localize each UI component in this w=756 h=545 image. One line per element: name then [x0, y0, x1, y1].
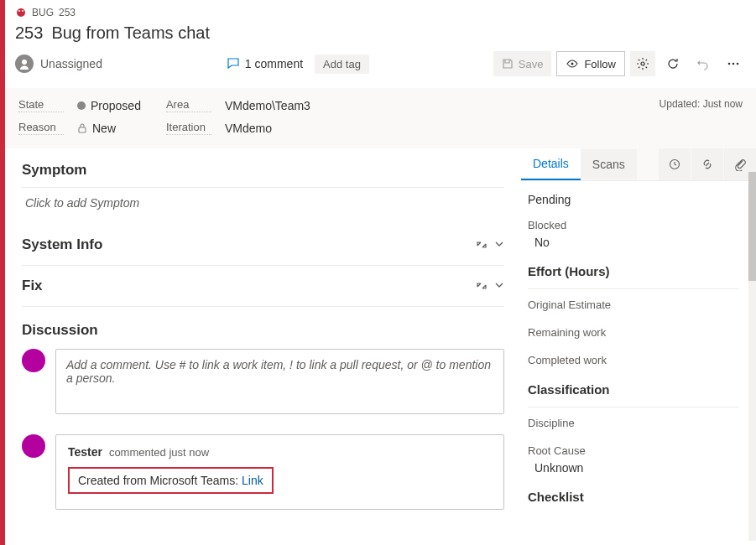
- svg-point-7: [733, 63, 735, 65]
- expand-icon[interactable]: [476, 239, 487, 251]
- assignee-label: Unassigned: [40, 57, 102, 70]
- comment-text: Created from Microsoft Teams:: [78, 474, 242, 487]
- chevron-down-icon[interactable]: [494, 280, 504, 292]
- scrollbar[interactable]: [748, 172, 756, 541]
- refresh-button[interactable]: [660, 51, 686, 76]
- work-item-id: 253: [15, 23, 43, 42]
- completed-work-label: Completed work: [528, 354, 607, 367]
- expand-icon[interactable]: [476, 280, 487, 292]
- chevron-down-icon[interactable]: [494, 239, 504, 251]
- undo-button[interactable]: [691, 51, 716, 76]
- avatar: [22, 434, 45, 458]
- work-item-title[interactable]: 253Bug from Teams chat: [15, 23, 746, 43]
- svg-rect-9: [79, 127, 86, 132]
- history-tab[interactable]: [659, 148, 691, 180]
- assignee-picker[interactable]: Unassigned: [15, 54, 102, 73]
- add-tag-button[interactable]: Add tag: [315, 54, 369, 74]
- comment-count[interactable]: 1 comment: [227, 57, 303, 70]
- comment-card: Tester commented just now Created from M…: [55, 434, 504, 510]
- save-button[interactable]: Save: [493, 51, 552, 76]
- updated-label: Updated: Just now: [660, 98, 743, 110]
- link-icon: [701, 158, 714, 171]
- ellipsis-icon: [727, 57, 740, 70]
- person-icon: [15, 54, 34, 73]
- svg-point-5: [641, 62, 644, 65]
- classification-heading: Classification: [528, 382, 739, 397]
- comment-author: Tester: [68, 445, 102, 459]
- state-value[interactable]: Proposed: [77, 99, 141, 112]
- discussion-title: Discussion: [22, 322, 504, 339]
- blocked-value[interactable]: No: [528, 236, 739, 249]
- follow-button[interactable]: Follow: [556, 51, 625, 76]
- scrollbar-thumb[interactable]: [748, 172, 756, 281]
- side-tabs: Details Scans: [521, 148, 756, 181]
- attachment-icon: [733, 158, 747, 171]
- pending-value: Pending: [528, 193, 739, 206]
- system-info-section[interactable]: System Info: [22, 225, 504, 266]
- svg-point-0: [17, 8, 25, 17]
- eye-icon: [566, 57, 579, 70]
- gear-icon: [636, 57, 649, 70]
- bug-icon: [15, 7, 27, 18]
- remaining-work-label: Remaining work: [528, 326, 606, 340]
- breadcrumb-type: BUG: [32, 7, 54, 18]
- comment-input[interactable]: Add a comment. Use # to link a work item…: [55, 349, 504, 414]
- area-value[interactable]: VMdemo\Team3: [225, 99, 310, 112]
- more-actions-button[interactable]: [721, 51, 746, 76]
- svg-point-6: [728, 63, 731, 65]
- symptom-title: Symptom: [22, 162, 504, 179]
- symptom-input[interactable]: Click to add Symptom: [22, 188, 504, 225]
- state-label: State: [18, 98, 64, 112]
- tab-scans[interactable]: Scans: [581, 149, 637, 179]
- comment-body: Created from Microsoft Teams: Link: [68, 467, 274, 494]
- comment-meta: commented just now: [109, 446, 209, 459]
- breadcrumb: BUG 253: [15, 7, 746, 18]
- system-info-title: System Info: [22, 236, 476, 253]
- save-icon: [502, 58, 514, 70]
- svg-point-3: [22, 60, 27, 65]
- fix-section[interactable]: Fix: [22, 266, 504, 307]
- settings-button[interactable]: [630, 51, 655, 76]
- avatar: [22, 349, 45, 372]
- comment-icon: [227, 57, 240, 70]
- blocked-label: Blocked: [528, 219, 566, 232]
- comment-count-label: 1 comment: [245, 57, 303, 70]
- area-label: Area: [166, 98, 211, 112]
- svg-point-8: [737, 63, 739, 65]
- iteration-value[interactable]: VMdemo: [225, 122, 272, 135]
- fix-title: Fix: [22, 278, 476, 294]
- checklist-heading: Checklist: [528, 490, 739, 504]
- links-tab[interactable]: [691, 148, 723, 180]
- discipline-label: Discipline: [528, 417, 575, 430]
- svg-point-2: [22, 10, 23, 12]
- teams-link[interactable]: Link: [242, 474, 263, 487]
- svg-point-4: [571, 63, 574, 65]
- state-dot-icon: [77, 101, 86, 110]
- original-estimate-label: Original Estimate: [528, 298, 611, 312]
- svg-point-1: [18, 10, 20, 12]
- reason-label: Reason: [18, 121, 64, 135]
- root-cause-value[interactable]: Unknown: [528, 461, 739, 475]
- refresh-icon: [666, 57, 680, 70]
- effort-heading: Effort (Hours): [528, 264, 739, 278]
- work-item-title-text: Bug from Teams chat: [51, 23, 210, 42]
- breadcrumb-id: 253: [59, 7, 76, 18]
- tab-details[interactable]: Details: [521, 148, 581, 180]
- lock-icon: [77, 123, 87, 133]
- iteration-label: Iteration: [166, 121, 211, 135]
- root-cause-label: Root Cause: [528, 444, 586, 458]
- history-icon: [668, 158, 681, 171]
- undo-icon: [696, 57, 710, 70]
- reason-value[interactable]: New: [77, 122, 116, 135]
